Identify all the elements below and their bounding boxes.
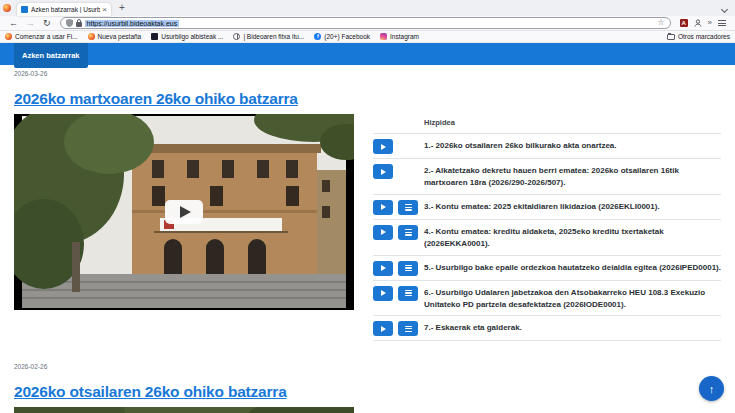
play-icon	[381, 229, 386, 235]
play-icon	[381, 169, 386, 175]
globe-icon	[233, 33, 240, 40]
play-button[interactable]	[373, 200, 393, 215]
play-button[interactable]	[373, 261, 393, 276]
bookmark-item[interactable]: | Bideoaren fitxa itu...	[233, 33, 304, 40]
reload-button[interactable]: ↻	[43, 19, 51, 28]
facebook-icon: f	[314, 33, 321, 40]
agenda-header: Hizpidea	[373, 114, 721, 133]
bookmark-star-icon[interactable]: ☆	[657, 19, 664, 27]
browser-navbar: ← → ↻ https://usurbil.bideoaktak.eus ☆ A…	[0, 16, 735, 31]
list-icon	[405, 229, 412, 236]
bookmark-label: Instagram	[390, 33, 419, 40]
documents-button[interactable]	[398, 321, 418, 336]
agenda-list: Hizpidea 1.- 2026ko otsailaren 26ko bilk…	[373, 114, 721, 341]
firefox-icon	[3, 4, 11, 12]
bookmark-item[interactable]: Nueva pestaña	[88, 33, 142, 40]
bookmark-item[interactable]: Comenzar a usar Fi...	[5, 33, 78, 40]
play-button[interactable]	[373, 225, 393, 240]
tab-title: Azken batzarrak | Usurbilgo B...	[31, 6, 100, 13]
other-bookmarks-label: Otros marcadores	[678, 33, 730, 40]
nav-tab-azken-batzarrak[interactable]: Azken batzarrak	[14, 43, 88, 68]
toolbar-extensions: A »	[680, 19, 726, 27]
list-icon	[405, 326, 412, 333]
agenda-list: Hizpidea 1.- 2026ko urtarrilaren 29ko bi…	[373, 407, 721, 413]
documents-button[interactable]	[398, 225, 418, 240]
adobe-extension-icon[interactable]: A	[680, 19, 688, 27]
new-tab-button[interactable]: +	[119, 3, 125, 13]
meeting-section: 2026-03-26 2026ko martxoaren 26ko ohiko …	[14, 70, 721, 341]
agenda-item: 6.- Usurbilgo Udalaren jabetzakoa den At…	[373, 280, 721, 316]
profile-icon[interactable]	[694, 19, 702, 27]
bookmark-item[interactable]: f (20+) Facebook	[314, 33, 370, 40]
agenda-item-text: 1.- 2026ko otsailaren 26ko bilkurako akt…	[424, 138, 617, 152]
agenda-item: 7.- Eskaerak eta galderak.	[373, 315, 721, 341]
bookmark-label: (20+) Facebook	[324, 33, 370, 40]
agenda-item-text: 5.- Usurbilgo bake epaile ordezkoa hauta…	[424, 260, 721, 274]
overflow-menu-icon[interactable]: »	[708, 19, 712, 27]
agenda-item: 5.- Usurbilgo bake epaile ordezkoa hauta…	[373, 255, 721, 280]
tab-close-icon[interactable]: ×	[102, 6, 107, 14]
agenda-item-text: 4.- Kontu ematea: kreditu aldaketa, 2025…	[424, 224, 721, 251]
site-header: Azken batzarrak	[0, 43, 735, 65]
list-tabs-chevron-icon[interactable]	[721, 6, 728, 13]
folder-icon	[667, 34, 675, 40]
forward-button[interactable]: →	[26, 19, 35, 28]
agenda-item-text: 6.- Usurbilgo Udalaren jabetzakoa den At…	[424, 285, 721, 312]
agenda-item-text: 3.- Kontu ematea: 2025 ekitaldiaren liki…	[424, 199, 660, 213]
play-button[interactable]	[373, 139, 393, 154]
play-icon	[381, 326, 386, 332]
bookmark-label: Comenzar a usar Fi...	[15, 33, 78, 40]
documents-button[interactable]	[398, 286, 418, 301]
back-button[interactable]: ←	[9, 19, 18, 28]
arrow-up-icon: ↑	[709, 383, 715, 395]
agenda-item-text: 2.- Alkatetzako dekretu hauen berri emat…	[424, 163, 721, 190]
agenda-item: 3.- Kontu ematea: 2025 ekitaldiaren liki…	[373, 194, 721, 219]
browser-tab-bar: Azken batzarrak | Usurbilgo B... × +	[0, 0, 735, 16]
agenda-item: 4.- Kontu ematea: kreditu aldaketa, 2025…	[373, 219, 721, 255]
site-favicon-icon	[21, 6, 28, 13]
meeting-date: 2026-03-26	[14, 70, 721, 77]
bookmark-item[interactable]: Usurbilgo albisteak ...	[151, 33, 223, 40]
firefox-icon	[5, 33, 12, 40]
play-button[interactable]	[373, 286, 393, 301]
site-icon	[151, 33, 158, 40]
other-bookmarks[interactable]: Otros marcadores	[667, 33, 730, 40]
list-icon	[405, 265, 412, 272]
play-icon	[381, 290, 386, 296]
app-menu-icon[interactable]	[718, 20, 726, 26]
agenda-header: Hizpidea	[373, 407, 721, 413]
bookmark-label: Nueva pestaña	[98, 33, 142, 40]
meeting-title-link[interactable]: 2026ko otsailaren 26ko ohiko batzarra	[14, 383, 721, 401]
agenda-item: 2.- Alkatetzako dekretu hauen berri emat…	[373, 158, 721, 194]
play-overlay-icon[interactable]	[165, 200, 203, 224]
instagram-icon	[380, 33, 387, 40]
bookmark-label: Usurbilgo albisteak ...	[161, 33, 223, 40]
documents-button[interactable]	[398, 200, 418, 215]
list-icon	[405, 290, 412, 297]
list-icon	[405, 204, 412, 211]
bookmark-item[interactable]: Instagram	[380, 33, 419, 40]
meeting-section: 2026-02-26 2026ko otsailaren 26ko ohiko …	[14, 363, 721, 413]
agenda-item-text: 7.- Eskaerak eta galderak.	[424, 320, 522, 334]
play-icon	[381, 265, 386, 271]
url-bar[interactable]: https://usurbil.bideoaktak.eus ☆	[60, 17, 671, 29]
bookmarks-bar: Comenzar a usar Fi... Nueva pestaña Usur…	[0, 31, 735, 43]
play-icon	[381, 204, 386, 210]
shield-icon	[66, 19, 73, 27]
lock-icon	[76, 19, 82, 27]
play-button[interactable]	[373, 164, 393, 179]
documents-button[interactable]	[398, 261, 418, 276]
play-button[interactable]	[373, 321, 393, 336]
agenda-item: 1.- 2026ko otsailaren 26ko bilkurako akt…	[373, 133, 721, 158]
play-icon	[381, 144, 386, 150]
url-text[interactable]: https://usurbil.bideoaktak.eus	[85, 20, 180, 27]
firefox-icon	[88, 33, 95, 40]
browser-tab[interactable]: Azken batzarrak | Usurbilgo B... ×	[17, 3, 111, 16]
meeting-title-link[interactable]: 2026ko martxoaren 26ko ohiko batzarra	[14, 90, 721, 108]
video-thumbnail[interactable]	[14, 407, 354, 413]
page-content: 2026-03-26 2026ko martxoaren 26ko ohiko …	[0, 70, 735, 413]
video-thumbnail[interactable]	[14, 114, 354, 310]
scroll-to-top-button[interactable]: ↑	[699, 376, 724, 401]
meeting-date: 2026-02-26	[14, 363, 721, 370]
bookmark-label: | Bideoaren fitxa itu...	[243, 33, 304, 40]
